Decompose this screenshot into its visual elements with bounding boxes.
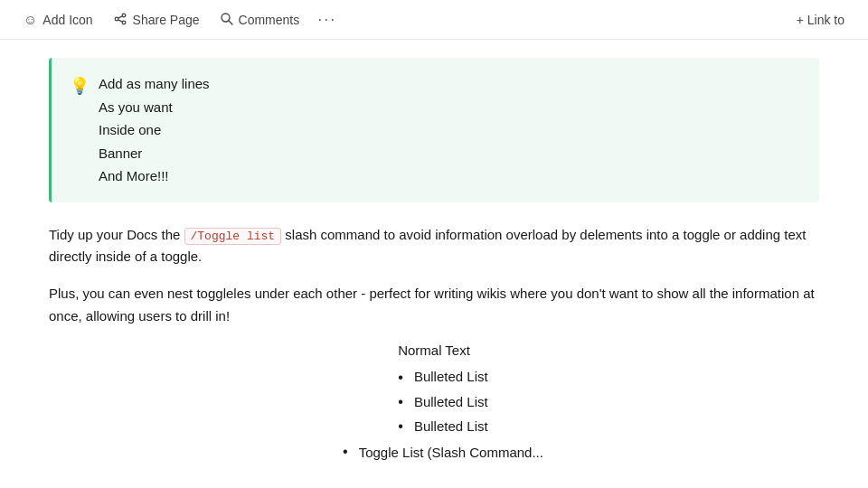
banner-line-4: Banner <box>99 142 210 165</box>
add-icon-button[interactable]: ☺ Add Icon <box>14 7 102 33</box>
smiley-icon: ☺ <box>24 13 37 26</box>
add-icon-label: Add Icon <box>42 13 92 27</box>
svg-point-1 <box>115 17 118 21</box>
paragraph1-pre: Tidy up your Docs the <box>49 227 184 242</box>
main-content: 💡 Add as many lines As you want Inside o… <box>0 40 868 488</box>
svg-point-0 <box>122 14 126 17</box>
list-item: Bulleted List <box>380 414 487 438</box>
body-paragraph-2: Plus, you can even nest toggleles under … <box>49 283 819 328</box>
link-to-label: + Link to <box>797 13 844 27</box>
more-options-button[interactable]: ··· <box>310 5 344 34</box>
banner-content: 💡 Add as many lines As you want Inside o… <box>70 72 801 188</box>
banner-icon: 💡 <box>70 72 90 100</box>
list-item: Bulleted List <box>380 365 487 389</box>
banner-text-lines: Add as many lines As you want Inside one… <box>99 72 210 188</box>
svg-line-6 <box>229 21 232 24</box>
toolbar-left: ☺ Add Icon Share Page <box>14 5 784 34</box>
toolbar: ☺ Add Icon Share Page <box>0 0 868 40</box>
normal-text-label: Normal Text <box>398 343 470 358</box>
banner-block: 💡 Add as many lines As you want Inside o… <box>49 58 819 202</box>
partial-list-item: Toggle List (Slash Command... <box>325 444 543 460</box>
search-icon <box>220 12 233 27</box>
toolbar-right: + Link to <box>788 7 854 33</box>
svg-line-3 <box>118 15 122 17</box>
banner-line-1: Add as many lines <box>99 72 210 96</box>
svg-line-4 <box>118 19 122 21</box>
svg-point-2 <box>122 21 126 24</box>
banner-line-3: Inside one <box>99 118 210 142</box>
banner-line-2: As you want <box>99 96 210 119</box>
share-page-label: Share Page <box>133 13 200 27</box>
list-item: Bulleted List <box>380 389 487 414</box>
dots-icon: ··· <box>317 10 336 28</box>
comments-label: Comments <box>239 13 300 27</box>
inline-code: /Toggle list <box>184 228 282 245</box>
link-to-button[interactable]: + Link to <box>788 7 854 33</box>
comments-button[interactable]: Comments <box>211 6 309 33</box>
share-icon <box>113 12 127 28</box>
share-page-button[interactable]: Share Page <box>104 6 209 33</box>
bulleted-list: Bulleted List Bulleted List Bulleted Lis… <box>380 365 487 439</box>
banner-line-5: And More!!! <box>99 164 210 188</box>
center-section: Normal Text Bulleted List Bulleted List … <box>49 343 819 461</box>
body-paragraph-1: Tidy up your Docs the /Toggle list slash… <box>49 224 819 269</box>
